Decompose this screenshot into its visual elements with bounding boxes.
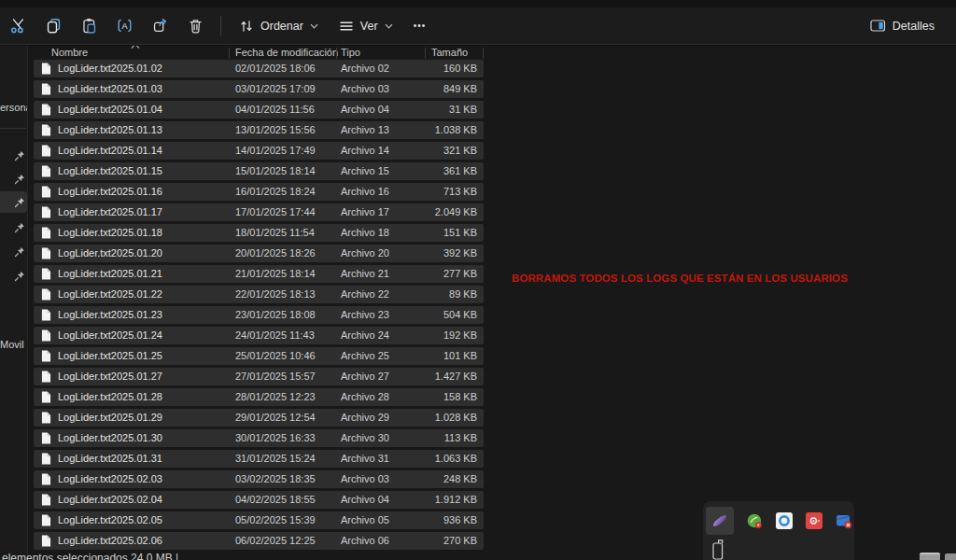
column-header-fecha[interactable]: Fecha de modificación [235,47,338,58]
sidebar-item-personal[interactable]: ersona [0,102,28,113]
file-type: Archivo 28 [341,388,389,406]
table-row[interactable]: LogLider.txt2025.01.31 31/01/2025 15:24 … [34,450,484,468]
file-date: 20/01/2025 18:26 [235,245,316,262]
sort-dropdown[interactable]: Ordenar [229,11,329,41]
tray-icon-blue-cube-error[interactable] [835,511,853,530]
table-row[interactable]: LogLider.txt2025.01.15 15/01/2025 18:14 … [34,162,484,180]
table-row[interactable]: LogLider.txt2025.01.30 30/01/2025 16:33 … [34,429,484,447]
file-document-icon [41,186,51,198]
table-row[interactable]: LogLider.txt2025.01.23 23/01/2025 18:08 … [34,306,484,324]
column-header-nombre[interactable]: Nombre [51,47,88,58]
file-size: 392 KB [443,245,477,262]
file-document-icon [41,124,51,136]
column-header-tamano[interactable]: Tamaño [431,47,468,58]
file-size: 713 KB [443,183,477,201]
table-row[interactable]: LogLider.txt2025.02.06 06/02/2025 12:25 … [34,532,484,550]
svg-text:A: A [121,21,128,31]
column-divider[interactable] [336,48,337,59]
file-document-icon [41,371,51,383]
file-document-icon [41,227,51,239]
file-size: 936 KB [443,511,477,529]
file-size: 160 KB [443,60,477,77]
table-row[interactable]: LogLider.txt2025.02.03 03/02/2025 18:35 … [34,470,484,488]
file-size: 151 KB [443,224,477,242]
table-row[interactable]: LogLider.txt2025.01.22 22/01/2025 18:13 … [34,286,484,303]
file-name: LogLider.txt2025.01.17 [58,203,162,221]
share-button[interactable] [142,10,177,42]
column-divider[interactable] [229,48,230,59]
file-type: Archivo 21 [341,265,389,283]
cut-icon [10,18,26,34]
file-name: LogLider.txt2025.01.20 [58,245,162,262]
tray-icon-blue-ring-app[interactable] [775,511,794,530]
more-options-button[interactable]: ••• [403,11,437,41]
file-document-icon [41,453,51,465]
tray-icon-feather-pen[interactable] [706,507,734,535]
table-row[interactable]: LogLider.txt2025.01.03 03/01/2025 17:09 … [34,80,484,98]
column-divider[interactable] [425,48,426,59]
copy-button[interactable] [35,10,71,42]
file-name: LogLider.txt2025.01.23 [58,306,162,324]
table-row[interactable]: LogLider.txt2025.02.05 05/02/2025 15:39 … [34,511,484,529]
table-row[interactable]: LogLider.txt2025.01.28 28/01/2025 12:23 … [34,388,484,406]
details-pane-icon [870,19,886,33]
file-date: 03/01/2025 17:09 [235,80,316,98]
clipped-taskbar-window [945,553,956,560]
sort-label: Ordenar [260,20,303,33]
table-row[interactable]: LogLider.txt2025.01.25 25/01/2025 10:46 … [34,347,484,365]
table-row[interactable]: LogLider.txt2025.01.18 18/01/2025 11:54 … [34,224,484,242]
file-type: Archivo 30 [341,429,389,447]
tray-icon-green-antivirus[interactable] [745,511,764,530]
file-type: Archivo 27 [341,368,389,385]
file-date: 06/02/2025 12:25 [235,532,316,550]
pin-icon [14,222,25,233]
file-type: Archivo 05 [341,511,389,529]
table-row[interactable]: LogLider.txt2025.01.14 14/01/2025 17:49 … [34,142,484,160]
file-type: Archivo 04 [341,101,389,119]
copy-icon [46,18,62,34]
cut-button[interactable] [0,10,35,42]
file-type: Archivo 04 [341,491,389,509]
table-row[interactable]: LogLider.txt2025.01.04 04/01/2025 11:56 … [34,101,484,119]
usb-drive-icon[interactable] [710,539,727,560]
table-row[interactable]: LogLider.txt2025.02.04 04/02/2025 18:55 … [34,491,484,509]
file-name: LogLider.txt2025.02.05 [58,511,162,529]
file-type: Archivo 17 [341,203,389,221]
table-row[interactable]: LogLider.txt2025.01.17 17/01/2025 17:44 … [34,203,484,221]
file-document-icon [41,63,51,75]
sidebar-item-movil[interactable]: Movil [0,339,24,350]
column-divider[interactable] [483,48,484,59]
table-row[interactable]: LogLider.txt2025.01.02 02/01/2025 18:06 … [34,60,484,77]
table-row[interactable]: LogLider.txt2025.01.24 24/01/2025 11:43 … [34,327,484,344]
table-row[interactable]: LogLider.txt2025.01.13 13/01/2025 15:56 … [34,121,484,139]
view-icon [339,19,354,34]
file-size: 270 KB [443,532,477,550]
paste-button[interactable] [71,10,106,42]
table-row[interactable]: LogLider.txt2025.01.27 27/01/2025 15:57 … [34,368,484,385]
view-dropdown[interactable]: Ver [329,11,403,41]
column-header-tipo[interactable]: Tipo [341,47,360,58]
file-name: LogLider.txt2025.01.24 [58,327,162,344]
file-name: LogLider.txt2025.01.04 [58,101,162,119]
pin-icon [14,271,25,282]
tray-icon-red-recorder-app[interactable] [805,511,823,530]
delete-button[interactable] [177,10,213,42]
file-list-pane: Nombre Fecha de modificación Tipo Tamaño… [28,46,956,560]
toolbar-separator [220,16,221,36]
table-row[interactable]: LogLider.txt2025.01.20 20/01/2025 18:26 … [34,245,484,262]
table-row[interactable]: LogLider.txt2025.01.21 21/01/2025 18:14 … [34,265,484,283]
file-name: LogLider.txt2025.01.16 [58,183,162,201]
file-name: LogLider.txt2025.02.04 [58,491,162,509]
explorer-toolbar: A Ordenar [0,7,956,45]
clipped-taskbar-window [920,553,940,560]
table-row[interactable]: LogLider.txt2025.01.16 16/01/2025 18:24 … [34,183,484,201]
file-date: 14/01/2025 17:49 [235,142,316,160]
file-name: LogLider.txt2025.01.30 [58,429,162,447]
details-pane-button[interactable]: Detalles [860,11,945,41]
rename-button[interactable]: A [106,10,142,42]
file-date: 16/01/2025 18:24 [235,183,316,201]
file-type: Archivo 03 [341,80,389,98]
file-type: Archivo 18 [341,224,389,242]
table-row[interactable]: LogLider.txt2025.01.29 29/01/2025 12:54 … [34,409,484,427]
file-document-icon [41,350,51,362]
